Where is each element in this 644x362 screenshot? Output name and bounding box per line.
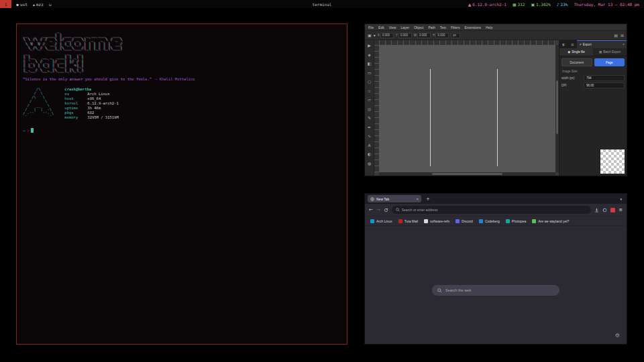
menu-edit[interactable]: Edit (378, 25, 384, 29)
close-tab-icon[interactable]: × (416, 197, 419, 201)
dropper-tool[interactable]: ◍ (366, 159, 373, 168)
tag-icon: ▪ (16, 2, 19, 7)
browser-window: New Tab × + ▾ ← → Search or enter addres… (364, 193, 627, 345)
document-button[interactable]: Document (561, 58, 592, 66)
canvas-vertical-scrollbar[interactable] (555, 45, 559, 172)
batch-export-icon: ▦ (599, 50, 602, 54)
toolbar-extra-icon[interactable]: ▤ (614, 33, 618, 38)
download-icon[interactable] (594, 208, 599, 213)
dpi-row: DPI 96.00 (559, 82, 627, 89)
fetch-row: kernel6.12.9-arch2-1 (64, 101, 118, 106)
menu-help[interactable]: Help (486, 25, 492, 29)
menu-extensions[interactable]: Extensions (465, 25, 481, 29)
box3d-tool[interactable]: ▱ (366, 95, 373, 105)
user-host: crash@bertha (64, 87, 118, 92)
personalize-gear-icon[interactable]: ⚙ (615, 333, 620, 339)
page-button[interactable]: Page (594, 58, 625, 66)
desktop: 1 ▪ ust ▴ mzz ▫ terminal ▲ 6.12.9-arch2-… (0, 0, 644, 362)
calligraphy-tool[interactable]: ∿ (366, 131, 373, 141)
export-area-buttons: Document Page (559, 56, 627, 68)
bookmark-favicon (424, 219, 428, 223)
inkscape-tool-controls-bar: ▣ ▾ X 0.000 Y 0.000 W 0.000 H 0.000 px ▤… (365, 30, 627, 40)
node-tool[interactable]: ◈ (366, 50, 373, 60)
url-bar[interactable]: Search or enter address (392, 206, 591, 214)
statusbar-left-item[interactable]: ▪ ust (16, 2, 28, 7)
select-all-icon[interactable]: ▣ (368, 33, 372, 38)
canvas-horizontal-scrollbar[interactable] (379, 172, 555, 176)
fill-stroke-dialog-tab-icon[interactable]: ◧ (559, 40, 568, 48)
forward-button[interactable]: → (376, 208, 380, 213)
single-file-icon: ◉ (568, 50, 570, 54)
menu-layer[interactable]: Layer (400, 25, 409, 29)
quote-author: — Khalil Mottalini (155, 77, 195, 81)
scrollbar-thumb[interactable] (556, 80, 558, 134)
inkscape-toolbox: ▶ ◈ ◧ ▭ ○ ☆ ▱ ◎ ✎ ✒ ∿ A ◐ ◍ (365, 40, 374, 176)
menu-icon[interactable]: ≡ (619, 208, 623, 213)
ublock-extension-icon[interactable] (610, 208, 615, 213)
new-tab-button[interactable]: + (426, 196, 430, 202)
list-all-tabs-icon[interactable]: ▾ (620, 197, 622, 201)
toolbar-extra-icon[interactable]: ⊞ (621, 33, 624, 38)
extensions-icon[interactable] (602, 208, 607, 213)
cpu-icon: ▣ (531, 2, 535, 7)
statusbar-left-item[interactable]: ▴ mzz (33, 2, 44, 7)
bookmark-are-we-wayland-yet[interactable]: Are we wayland yet? (532, 219, 569, 223)
close-dialog-icon[interactable]: × (623, 43, 625, 46)
w-input[interactable]: 0.000 (417, 33, 431, 38)
shell-prompt[interactable]: ~ › (23, 128, 341, 133)
export-dialog-tab[interactable]: ⇗ Export × (577, 40, 627, 48)
bookmark-discord[interactable]: Discord (455, 219, 473, 223)
bookmark-arch-linux[interactable]: Arch Linux (370, 219, 392, 223)
layers-dialog-tab-icon[interactable]: ▤ (568, 40, 577, 48)
web-search-input[interactable]: Search the web (432, 285, 559, 296)
star-tool[interactable]: ☆ (366, 86, 373, 96)
layout-indicator-icon[interactable]: ▫ (49, 2, 52, 7)
bookmark-photopea[interactable]: Photopea (506, 219, 526, 223)
spiral-tool[interactable]: ◎ (366, 105, 373, 114)
tag-icon: ▴ (33, 2, 35, 7)
menu-path[interactable]: Path (428, 25, 435, 29)
page-border-line (430, 69, 431, 166)
y-input[interactable]: 0.000 (398, 33, 412, 38)
dropdown-icon[interactable]: ▾ (374, 33, 376, 38)
back-button[interactable]: ← (369, 208, 373, 213)
selector-tool[interactable]: ▶ (366, 41, 373, 50)
bookmark-tuta-mail[interactable]: Tuta Mail (398, 219, 418, 223)
inkscape-canvas[interactable] (379, 45, 555, 172)
reload-icon[interactable] (384, 208, 388, 213)
rectangle-tool[interactable]: ▭ (366, 68, 373, 78)
search-icon (437, 288, 442, 293)
batch-export-tab[interactable]: ▦ Batch Export (593, 48, 627, 56)
width-input[interactable]: 794 (584, 75, 625, 81)
gradient-tool[interactable]: ◐ (366, 149, 373, 159)
shape-builder-tool[interactable]: ◧ (366, 59, 373, 68)
unit-dropdown[interactable]: px (451, 33, 460, 38)
menu-filters[interactable]: Filters (451, 25, 460, 29)
menu-text[interactable]: Text (440, 25, 446, 29)
h-input[interactable]: 0.000 (435, 33, 449, 38)
menu-file[interactable]: File (368, 25, 374, 29)
x-input[interactable]: 0.000 (380, 33, 394, 38)
bookmark-codeberg[interactable]: Codeberg (479, 219, 500, 223)
terminal-window[interactable]: _ __ _____| | ___ ___ _ __ ___ ___ \ \ /… (16, 23, 347, 345)
quote-text: “Silence is the only answer you should g… (23, 77, 152, 81)
active-tab[interactable]: New Tab × (368, 195, 421, 202)
bookmark-favicon (370, 219, 374, 223)
scrollbar-thumb[interactable] (432, 173, 502, 175)
menu-object[interactable]: Object (414, 25, 423, 29)
pen-tool[interactable]: ✒ (366, 123, 373, 132)
workspace-tag-1[interactable]: 1 (0, 0, 11, 8)
tab-title: New Tab (376, 197, 389, 201)
pencil-tool[interactable]: ✎ (366, 113, 373, 123)
single-file-tab[interactable]: ◉ Single file (559, 48, 593, 56)
dpi-input[interactable]: 96.00 (584, 82, 625, 88)
text-tool[interactable]: A (366, 141, 373, 150)
menu-view[interactable]: View (389, 25, 396, 29)
welcome-banner-ascii: _ __ _____| | ___ ___ _ __ ___ ___ \ \ /… (23, 28, 341, 72)
ellipse-tool[interactable]: ○ (366, 77, 373, 86)
globe-icon (370, 197, 374, 201)
status-packages: ▦ 312 (513, 2, 525, 7)
urlbar-placeholder: Search or enter address (402, 208, 438, 212)
ruler-corner (374, 40, 379, 45)
bookmark-software-refs[interactable]: software-refs (424, 219, 449, 223)
